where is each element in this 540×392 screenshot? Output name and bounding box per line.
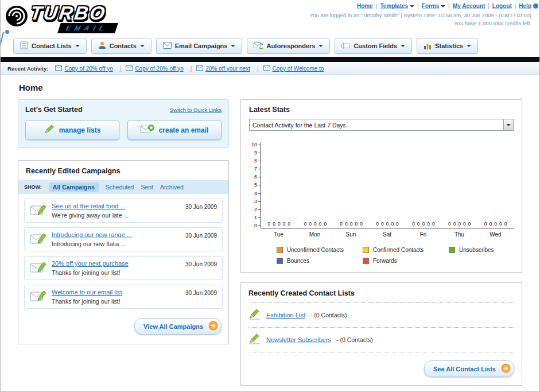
manage-lists-button[interactable]: manage lists (25, 120, 119, 140)
campaign-subtitle: Thanks for joining our list! (52, 298, 185, 305)
create-email-button[interactable]: create an email (127, 120, 222, 140)
y-tick-label: 6 (254, 174, 261, 180)
logo-swirl-icon (5, 5, 30, 30)
pencil-paper-icon (248, 308, 261, 322)
campaign-title-link[interactable]: 20% off your next purchase (52, 260, 185, 267)
campaign-date: 30 Jun 2009 (185, 204, 217, 210)
nav-tab-contact-lists[interactable]: Contact Lists (13, 38, 87, 54)
recent-activity-item-label: Copy of 20% off yo (135, 65, 183, 72)
bar-value-label: 0 (340, 221, 343, 227)
nav-tab-email-campaigns[interactable]: Email Campaigns (156, 38, 243, 54)
main-content: Home Let's Get Started Switch to Quick L… (1, 83, 539, 392)
chart-value-group: 00000 (261, 221, 297, 227)
envelope-icon (126, 65, 133, 72)
nav-tab-custom-fields[interactable]: Custom Fields (335, 38, 412, 54)
y-tick-label: 7 (254, 166, 261, 172)
stats-period-select[interactable]: Contact Activity for the Last 7 Days (249, 119, 514, 131)
chevron-down-icon (441, 5, 445, 7)
envelope-icon (196, 65, 203, 72)
get-started-panel: Let's Get Started Switch to Quick Links … (18, 99, 229, 148)
contact-list-detail: - (0 Contacts) (310, 312, 347, 319)
recent-contact-lists-panel: Recently Created Contact Lists Exhibitio… (240, 282, 522, 386)
select-dropdown-button[interactable] (503, 119, 513, 130)
link-forms[interactable]: Forms (422, 3, 446, 9)
recent-activity-item[interactable]: Copy of 20% off yo (55, 65, 126, 72)
app-logo[interactable]: TURBO EMAIL (4, 1, 159, 34)
email-campaigns-icon (163, 42, 172, 50)
top-link-wrap: Forms (422, 3, 453, 9)
campaign-title-link[interactable]: Welcome to our email list (52, 289, 185, 296)
contact-list-row[interactable]: Exhibition List - (0 Contacts) (241, 303, 522, 327)
recent-activity-label: Recent Activity: (7, 65, 48, 72)
recent-activity-item[interactable]: Copy of 20% off yo (126, 65, 196, 72)
y-tick-label: 5 (254, 183, 261, 188)
bar-value-label: 0 (432, 221, 435, 227)
contact-list-name-link[interactable]: Newsletter Subscribers (266, 336, 331, 343)
right-column: Latest Stats Contact Activity for the La… (240, 99, 522, 386)
top-link-wrap: Logout (492, 3, 519, 9)
y-tick-label: 1 (254, 215, 261, 220)
contact-activity-chart: 109876543210 000000000000000000000000000… (249, 142, 514, 238)
contact-list-row[interactable]: Newsletter Subscribers - (0 Contacts) (241, 328, 522, 352)
campaigns-filter-row: SHOW: All Campaigns Scheduled Sent Archi… (18, 180, 228, 194)
x-tick-label: Thu (441, 231, 477, 238)
chart-value-groups: 00000000000000000000000000000000000 (261, 221, 514, 227)
see-all-contact-lists-label: See All Contact Lists (433, 366, 496, 372)
legend-swatch (363, 258, 369, 264)
contact-list-name-link[interactable]: Exhibition List (266, 312, 305, 319)
campaign-row[interactable]: 20% off your next purchase Thanks for jo… (24, 256, 223, 280)
tab-sent[interactable]: Sent (141, 184, 153, 191)
nav-tab-label: Statistics (435, 42, 463, 49)
view-all-campaigns-button[interactable]: View All Campaigns (134, 318, 222, 335)
tab-scheduled[interactable]: Scheduled (106, 184, 134, 191)
chevron-down-icon (506, 124, 511, 126)
link-help[interactable]: Help (519, 3, 531, 9)
logo-title: TURBO (29, 2, 108, 24)
campaign-title-link[interactable]: See us at the retail food ... (52, 203, 185, 209)
bar-value-label: 0 (273, 221, 275, 227)
campaign-title-link[interactable]: Introducing our new range ... (52, 231, 185, 238)
legend-label: Forwards (373, 258, 397, 264)
recent-activity-item[interactable]: 20% off your next (196, 65, 263, 72)
manage-lists-label: manage lists (59, 126, 101, 134)
nav-tab-autoresponders[interactable]: Autoresponders (247, 38, 330, 54)
chevron-down-icon (401, 45, 405, 47)
login-info: You are logged in as "Timothy Smith" | S… (310, 12, 531, 18)
nav-divider-bar (1, 57, 539, 62)
legend-item: Forwards (363, 258, 449, 264)
tab-archived[interactable]: Archived (160, 184, 184, 191)
link-templates[interactable]: Templates (380, 3, 414, 9)
arrow-right-icon (501, 363, 511, 374)
bar-value-label: 0 (499, 221, 502, 227)
nav-tab-contacts[interactable]: Contacts (91, 38, 151, 54)
contact-list-detail: - (0 Contacts) (336, 336, 373, 343)
link-home[interactable]: Home (357, 3, 373, 9)
app-window: TURBO EMAIL Home Templates Forms (0, 0, 540, 392)
pencil-paper-icon (248, 333, 261, 347)
contact-lists-icon (20, 41, 28, 51)
latest-stats-title: Latest Stats (249, 106, 514, 114)
chart-y-axis: 109876543210 (249, 142, 261, 228)
top-link-wrap: Help (519, 3, 531, 9)
recent-activity-item[interactable]: Copy of Welcome to (263, 65, 327, 72)
bar-value-label: 0 (319, 221, 322, 227)
nav-tab-statistics[interactable]: Statistics (417, 38, 478, 54)
top-link-wrap: Templates (380, 3, 421, 9)
create-email-label: create an email (159, 126, 209, 134)
campaign-row[interactable]: Introducing our new range ... Introducin… (24, 227, 223, 251)
bar-value-label: 0 (412, 221, 415, 227)
tab-all-campaigns[interactable]: All Campaigns (49, 183, 99, 192)
envelope-pencil-icon (30, 203, 52, 218)
envelope-plus-icon (141, 125, 154, 136)
chart-legend: Unconfirmed ContactsConfirmed ContactsUn… (249, 247, 514, 264)
arrow-right-icon (208, 321, 218, 332)
top-header: TURBO EMAIL Home Templates Forms (1, 0, 539, 36)
switch-quick-links-link[interactable]: Switch to Quick Links (170, 107, 222, 113)
recent-activity-item-label: Copy of Welcome to (273, 65, 324, 72)
campaign-row[interactable]: Welcome to our email list Thanks for joi… (24, 285, 223, 309)
see-all-contact-lists-button[interactable]: See All Contact Lists (424, 360, 514, 377)
link-my-account[interactable]: My Account (453, 3, 485, 9)
campaign-row[interactable]: See us at the retail food ... We're givi… (24, 199, 223, 223)
chart-value-group: 00000 (333, 221, 370, 227)
link-logout[interactable]: Logout (492, 3, 512, 9)
